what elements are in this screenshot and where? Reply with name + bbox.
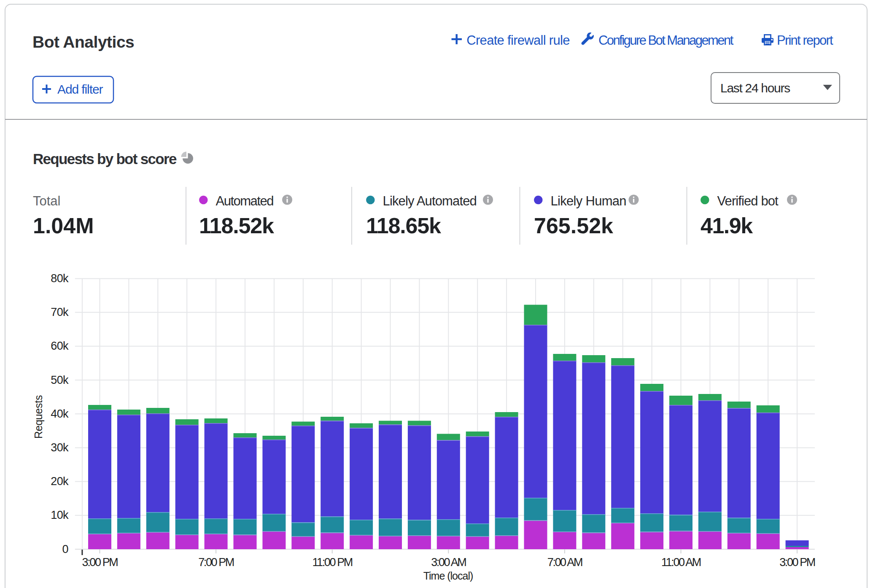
svg-text:Verified bot: Verified bot xyxy=(717,194,779,208)
svg-text:1.04M: 1.04M xyxy=(33,213,94,238)
svg-text:40k: 40k xyxy=(51,407,69,420)
svg-text:50k: 50k xyxy=(51,374,69,386)
svg-text:Add filter: Add filter xyxy=(57,82,103,96)
svg-text:Configure Bot Management: Configure Bot Management xyxy=(598,33,734,48)
svg-text:70k: 70k xyxy=(51,306,69,318)
svg-text:41.9k: 41.9k xyxy=(701,213,753,238)
svg-text:Create firewall rule: Create firewall rule xyxy=(466,33,569,48)
svg-text:7:00 PM: 7:00 PM xyxy=(198,556,234,569)
svg-text:80k: 80k xyxy=(51,272,69,285)
svg-text:Total: Total xyxy=(33,194,60,208)
svg-text:Print report: Print report xyxy=(777,33,833,48)
svg-text:Likely Human: Likely Human xyxy=(551,194,626,208)
svg-text:Time (local): Time (local) xyxy=(423,570,473,582)
svg-text:Bot Analytics: Bot Analytics xyxy=(32,33,134,51)
svg-text:11:00 AM: 11:00 AM xyxy=(661,556,701,569)
svg-text:765.52k: 765.52k xyxy=(534,213,613,238)
svg-text:10k: 10k xyxy=(51,509,69,521)
svg-text:118.52k: 118.52k xyxy=(199,213,274,238)
svg-text:Automated: Automated xyxy=(216,194,274,208)
svg-text:60k: 60k xyxy=(51,340,69,352)
svg-text:118.65k: 118.65k xyxy=(366,213,441,238)
svg-text:Likely Automated: Likely Automated xyxy=(383,194,477,208)
svg-text:7:00 AM: 7:00 AM xyxy=(547,556,582,569)
svg-text:Requests by bot score: Requests by bot score xyxy=(33,151,177,167)
svg-text:Requests: Requests xyxy=(32,395,44,439)
svg-text:Last 24 hours: Last 24 hours xyxy=(720,81,790,95)
svg-text:0: 0 xyxy=(62,543,68,556)
svg-text:11:00 PM: 11:00 PM xyxy=(313,556,353,569)
svg-text:3:00 PM: 3:00 PM xyxy=(779,556,815,569)
svg-text:30k: 30k xyxy=(51,441,69,454)
svg-text:20k: 20k xyxy=(51,475,69,488)
svg-text:3:00 AM: 3:00 AM xyxy=(431,556,466,569)
svg-text:3:00 PM: 3:00 PM xyxy=(82,556,118,569)
